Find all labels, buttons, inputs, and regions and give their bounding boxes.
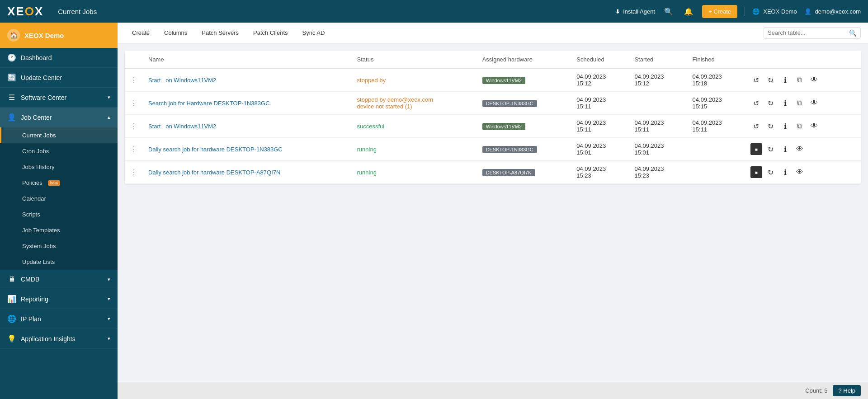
- sidebar-item-software-center[interactable]: ☰ Software Center ▾: [0, 88, 118, 108]
- sidebar-item-cron-jobs[interactable]: Cron Jobs: [0, 143, 118, 159]
- job-finished-cell: [687, 161, 745, 184]
- sidebar-item-application-insights[interactable]: 💡 Application Insights ▾: [0, 329, 118, 349]
- view-icon[interactable]: 👁: [794, 143, 806, 155]
- sidebar-item-update-center[interactable]: 🔄 Update Center: [0, 68, 118, 88]
- software-center-icon: ☰: [7, 93, 16, 102]
- search-input[interactable]: [768, 29, 849, 36]
- info-icon[interactable]: ℹ: [779, 120, 791, 132]
- org-selector[interactable]: 🌐 XEOX Demo: [752, 8, 797, 15]
- job-name-link[interactable]: Start on Windows11VM2: [148, 77, 216, 84]
- status-badge: stopped by: [357, 77, 386, 84]
- job-center-submenu: Current Jobs Cron Jobs Jobs History Poli…: [0, 127, 118, 270]
- update-lists-label: Update Lists: [22, 258, 55, 265]
- patch-clients-btn[interactable]: Patch Clients: [246, 24, 295, 42]
- chevron-down-icon: ▾: [108, 277, 110, 282]
- job-name-link[interactable]: Daily search job for hardware DESKTOP-A8…: [148, 169, 280, 176]
- status-badge: running: [357, 146, 377, 153]
- job-actions-cell: ↺ ↻ ℹ ⧉ 👁: [745, 69, 861, 92]
- schedule-icon[interactable]: ↻: [765, 166, 777, 178]
- col-finished: Finished: [687, 51, 745, 69]
- view-icon[interactable]: 👁: [794, 166, 806, 178]
- job-finished-cell: 04.09.202315:18: [687, 69, 745, 92]
- schedule-icon[interactable]: ↻: [765, 143, 777, 155]
- schedule-icon[interactable]: ↻: [765, 74, 777, 86]
- sidebar-item-ip-plan[interactable]: 🌐 IP Plan ▾: [0, 309, 118, 329]
- chevron-down-icon: ▾: [108, 296, 110, 302]
- navbar-actions: ⬇ Install Agent 🔍 🔔 + Create 🌐 XEOX Demo…: [615, 5, 861, 18]
- col-drag: [125, 51, 143, 69]
- help-button[interactable]: ? Help: [833, 385, 861, 396]
- job-name-link[interactable]: Start on Windows11VM2: [148, 123, 216, 130]
- sidebar-item-calendar[interactable]: Calendar: [0, 191, 118, 207]
- drag-handle[interactable]: ⋮: [125, 92, 143, 115]
- job-templates-label: Job Templates: [22, 227, 60, 234]
- install-agent-btn[interactable]: ⬇ Install Agent: [615, 8, 655, 15]
- info-icon[interactable]: ℹ: [779, 143, 791, 155]
- drag-handle[interactable]: ⋮: [125, 161, 143, 184]
- info-icon[interactable]: ℹ: [779, 97, 791, 109]
- search-icon-btn[interactable]: 🔍: [662, 5, 675, 18]
- table-search[interactable]: 🔍: [764, 27, 861, 39]
- hardware-badge: DESKTOP-1N383GC: [482, 146, 537, 153]
- sidebar-item-system-jobs[interactable]: System Jobs: [0, 238, 118, 254]
- download-icon: ⬇: [615, 8, 620, 15]
- view-icon[interactable]: 👁: [808, 120, 820, 132]
- sidebar-item-jobs-history[interactable]: Jobs History: [0, 159, 118, 175]
- notification-icon-btn[interactable]: 🔔: [682, 5, 695, 18]
- job-finished-cell: 04.09.202315:15: [687, 92, 745, 115]
- drag-handle[interactable]: ⋮: [125, 115, 143, 138]
- sidebar-item-reporting[interactable]: 📊 Reporting ▾: [0, 289, 118, 309]
- job-name-link[interactable]: Search job for Hardware DESKTOP-1N383GC: [148, 100, 270, 107]
- view-icon[interactable]: 👁: [808, 97, 820, 109]
- sidebar-item-job-templates[interactable]: Job Templates: [0, 222, 118, 238]
- drag-handle[interactable]: ⋮: [125, 138, 143, 161]
- create-button[interactable]: + Create: [702, 5, 737, 18]
- table-row: ⋮ Start on Windows11VM2 stopped by Windo…: [125, 69, 861, 92]
- col-name: Name: [143, 51, 352, 69]
- copy-icon[interactable]: ⧉: [794, 97, 806, 109]
- schedule-icon[interactable]: ↻: [765, 120, 777, 132]
- sidebar-item-job-center[interactable]: 👤 Job Center ▴: [0, 108, 118, 127]
- drag-handle[interactable]: ⋮: [125, 69, 143, 92]
- restart-icon[interactable]: ↺: [750, 74, 762, 86]
- chevron-up-icon: ▴: [108, 114, 110, 120]
- action-icons: ↺ ↻ ℹ ⧉ 👁: [750, 74, 855, 86]
- sidebar: 🏠 XEOX Demo 🕐 Dashboard 🔄 Update Center …: [0, 23, 118, 399]
- create-toolbar-btn[interactable]: Create: [125, 24, 157, 42]
- sidebar-item-dashboard[interactable]: 🕐 Dashboard: [0, 48, 118, 68]
- job-scheduled-cell: 04.09.202315:11: [571, 115, 629, 138]
- stop-icon[interactable]: ■: [750, 166, 762, 178]
- sidebar-user-name: XEOX Demo: [24, 32, 64, 39]
- restart-icon[interactable]: ↺: [750, 97, 762, 109]
- copy-icon[interactable]: ⧉: [794, 74, 806, 86]
- job-name-link[interactable]: Daily search job for hardware DESKTOP-1N…: [148, 146, 283, 153]
- sync-ad-btn[interactable]: Sync AD: [295, 24, 332, 42]
- job-finished-cell: 04.09.202315:11: [687, 115, 745, 138]
- sidebar-item-current-jobs[interactable]: Current Jobs: [0, 127, 118, 143]
- job-actions-cell: ■ ↻ ℹ 👁: [745, 161, 861, 184]
- info-icon[interactable]: ℹ: [779, 166, 791, 178]
- restart-icon[interactable]: ↺: [750, 120, 762, 132]
- info-icon[interactable]: ℹ: [779, 74, 791, 86]
- sidebar-item-cmdb[interactable]: 🖥 CMDB ▾: [0, 270, 118, 289]
- copy-icon[interactable]: ⧉: [794, 120, 806, 132]
- sidebar-item-scripts[interactable]: Scripts: [0, 207, 118, 222]
- sidebar-item-label: CMDB: [21, 276, 39, 283]
- patch-servers-btn[interactable]: Patch Servers: [194, 24, 246, 42]
- search-icon: 🔍: [849, 29, 857, 37]
- navbar: XEOX Current Jobs ⬇ Install Agent 🔍 🔔 + …: [0, 0, 868, 23]
- stop-icon[interactable]: ■: [750, 143, 762, 155]
- col-actions: [745, 51, 861, 69]
- dashboard-icon: 🕐: [7, 53, 16, 62]
- sidebar-item-label: Update Center: [21, 74, 62, 81]
- sidebar-item-policies[interactable]: Policies beta: [0, 175, 118, 191]
- sidebar-item-update-lists[interactable]: Update Lists: [0, 254, 118, 270]
- view-icon[interactable]: 👁: [808, 74, 820, 86]
- user-menu[interactable]: 👤 demo@xeox.com: [804, 8, 861, 15]
- job-hardware-cell: DESKTOP-1N383GC: [477, 138, 571, 161]
- job-name-cell: Start on Windows11VM2: [143, 115, 352, 138]
- columns-btn[interactable]: Columns: [157, 24, 194, 42]
- job-hardware-cell: Windows11VM2: [477, 115, 571, 138]
- update-center-icon: 🔄: [7, 73, 16, 82]
- schedule-icon[interactable]: ↻: [765, 97, 777, 109]
